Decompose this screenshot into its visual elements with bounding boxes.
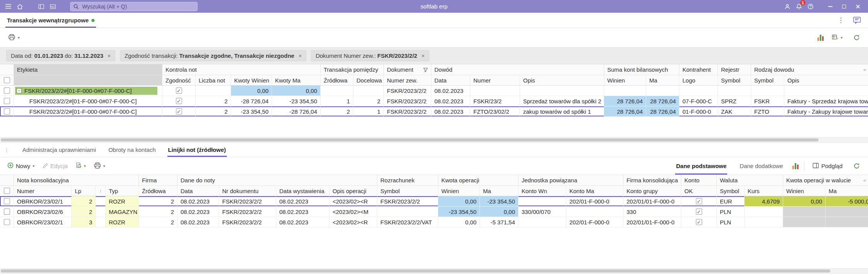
cell-waluta-ma[interactable] (826, 207, 868, 217)
cell-konto-grupy[interactable]: 202/01/01-F-000-0 (623, 196, 681, 206)
checked-checkbox[interactable] (176, 88, 182, 94)
cell-opis[interactable] (520, 86, 604, 96)
cell-opis-operacji[interactable]: <2023/02><M (329, 207, 377, 217)
column-header-liczba-not[interactable]: Liczba not (196, 75, 231, 85)
cell-suma-ma[interactable]: 28 726,04 (646, 96, 679, 106)
cell-rodzaj-opis[interactable] (784, 86, 868, 96)
checked-checkbox[interactable] (696, 198, 702, 204)
cell-firma-zrodlowa[interactable]: 2 (139, 196, 177, 206)
chart-icon[interactable] (817, 34, 824, 41)
cell-firma-zrodlowa[interactable]: 2 (139, 207, 177, 217)
filter-chip[interactable]: Dokument Numer zew.: FSKR/2023/2/2× (311, 50, 429, 61)
cell-kwota-winien[interactable]: 0,00 (438, 196, 480, 206)
table-row[interactable]: FSKR/2023/2/2#[01-F-000-0#07-F-000-C]2-2… (0, 106, 868, 117)
select-all-checkbox[interactable] (4, 188, 10, 194)
cell-opis-operacji[interactable]: <2023/02><R (329, 196, 377, 206)
column-header-numer[interactable]: Numer (470, 75, 520, 85)
cell-typ[interactable]: ROZR (106, 217, 139, 227)
cell-nr-dokumentu[interactable]: FSKR/2023/2/2 (219, 207, 276, 217)
column-header-rodzaj-symbol[interactable]: Symbol (751, 75, 784, 85)
cell-rodzaj-symbol[interactable] (751, 86, 784, 96)
cell-rodzaj-symbol[interactable]: FSKR (751, 96, 784, 106)
cell-typ[interactable]: MAGAZYN (106, 207, 139, 217)
view-settings-button[interactable]: ▾ (829, 32, 845, 43)
cell-kwota-ma[interactable]: 0,00 (480, 207, 518, 217)
lower-horizontal-scrollbar[interactable] (0, 268, 868, 274)
home-icon[interactable] (14, 1, 25, 12)
row-select-checkbox[interactable] (4, 108, 10, 114)
cell-data[interactable]: 08.02.2023 (177, 207, 219, 217)
new-button[interactable]: Nowy ▾ (5, 160, 37, 172)
cell-zgodnosc[interactable] (162, 106, 196, 116)
filter-chip[interactable]: Data od: 01.01.2023 do: 31.12.2023× (6, 50, 115, 61)
row-select-checkbox[interactable] (4, 209, 10, 215)
cell-kwoty-winien[interactable]: -28 726,04 (231, 96, 272, 106)
close-button[interactable] (851, 1, 865, 12)
cell-etykieta[interactable]: FSKR/2023/2/2#[01-F-000-0#07-F-000-C] (14, 106, 162, 116)
cell-sort[interactable] (96, 196, 106, 206)
print-button[interactable]: ▾ (5, 32, 22, 44)
cell-data-wystawienia[interactable]: 08.02.2023 (276, 207, 329, 217)
cell-opis-operacji[interactable]: <2023/02><R (329, 217, 377, 227)
cell-nr-dokumentu[interactable]: FSKR/2023/2/2 (219, 217, 276, 227)
column-header-konto-ma[interactable]: Konto Ma (566, 186, 623, 196)
modules-icon[interactable]: SC (47, 1, 59, 12)
kebab-menu-icon[interactable]: ⋮ (836, 16, 846, 24)
cell-kwoty-winien[interactable]: -23 354,50 (231, 106, 272, 116)
row-select-checkbox[interactable] (4, 88, 10, 94)
cell-liczba-not[interactable]: 2 (196, 96, 231, 106)
column-header-etykieta[interactable] (14, 75, 162, 85)
cell-konto-wn[interactable] (518, 196, 566, 206)
column-header-lp[interactable]: Lp (72, 186, 96, 196)
filter-chip[interactable]: Zgodność transakcji: Transakcje zgodne, … (120, 50, 306, 61)
column-header-data[interactable]: Data (431, 75, 470, 85)
cell-numer[interactable]: FSKR/23/2 (470, 96, 520, 106)
cell-kurs[interactable] (745, 207, 783, 217)
cell-etykieta[interactable]: FSKR/2023/2/2#[01-F-000-0#07-F-000-C] (14, 96, 162, 106)
checked-checkbox[interactable] (176, 108, 182, 114)
cell-waluta-symbol[interactable]: PLN (717, 217, 745, 227)
cell-docelowa[interactable]: 2 (353, 96, 384, 106)
cell-suma-winien[interactable]: 28 726,04 (604, 96, 646, 106)
generate-note-button[interactable]: ▾ (73, 160, 89, 172)
upper-horizontal-scrollbar[interactable] (0, 137, 868, 143)
cell-rozrachunek-symbol[interactable]: FSKR/2023/2/2/VAT (377, 217, 438, 227)
column-header-waluta-winien[interactable]: Winien (783, 186, 826, 196)
cell-waluta-symbol[interactable]: PLN (717, 207, 745, 217)
cell-suma-winien[interactable]: 28 726,04 (604, 106, 646, 116)
cell-select[interactable] (0, 86, 14, 96)
cell-select[interactable] (0, 106, 14, 116)
cell-zrodlowa[interactable] (321, 86, 353, 96)
scrollbar-thumb[interactable] (1, 138, 819, 141)
cell-zgodnosc[interactable] (162, 96, 196, 106)
cell-konto-grupy[interactable]: 202/01/01-F-000-0 (623, 217, 681, 227)
view-tab-dane-podstawowe[interactable]: Dane podstawowe (672, 157, 730, 175)
column-header-sort[interactable]: ↑ (96, 186, 106, 196)
cell-opis[interactable]: zakup towarów od spółki 1 (520, 106, 604, 116)
checked-checkbox[interactable] (176, 98, 182, 104)
cell-ok[interactable] (681, 196, 717, 206)
cell-rodzaj-symbol[interactable]: FZTO (751, 106, 784, 116)
cell-liczba-not[interactable] (196, 86, 231, 96)
table-row[interactable]: OBRKOR/23/02/12ROZR208.02.2023FSKR/2023/… (0, 196, 868, 207)
view-tab-dane-dodatkowe[interactable]: Dane dodatkowe (736, 157, 787, 175)
column-header-docelowa[interactable]: Docelowa (353, 75, 384, 85)
cell-waluta-symbol[interactable]: EUR (717, 196, 745, 206)
cell-logo[interactable]: 01-F-000-0 (679, 106, 718, 116)
cell-kwota-winien[interactable]: -23 354,50 (438, 207, 480, 217)
cell-konto-grupy[interactable]: 330 (623, 207, 681, 217)
cell-data[interactable]: 08.02.2023 (177, 217, 219, 227)
help-icon[interactable] (805, 1, 816, 12)
column-header-numer-zew[interactable]: Numer zew. (384, 75, 431, 85)
tab-obroty-na-kontach[interactable]: Obroty na kontach (108, 143, 157, 157)
column-header-opis[interactable]: Opis (520, 75, 604, 85)
column-header-kwota-ma[interactable]: Ma (480, 186, 518, 196)
chart-icon[interactable] (792, 163, 799, 169)
user-icon[interactable] (782, 1, 793, 12)
column-header-kwoty-ma[interactable]: Kwoty Ma (272, 75, 321, 85)
table-row[interactable]: OBRKOR/23/02/13ROZR208.02.2023FSKR/2023/… (0, 217, 868, 227)
column-header-data-wystawienia[interactable]: Data wystawienia (276, 186, 329, 196)
table-row[interactable]: FSKR/2023/2/2#[01-F-000-0#07-F-000-C]2-2… (0, 96, 868, 106)
cell-lp[interactable]: 3 (72, 217, 96, 227)
cell-suma-ma[interactable]: 28 726,04 (646, 106, 679, 116)
